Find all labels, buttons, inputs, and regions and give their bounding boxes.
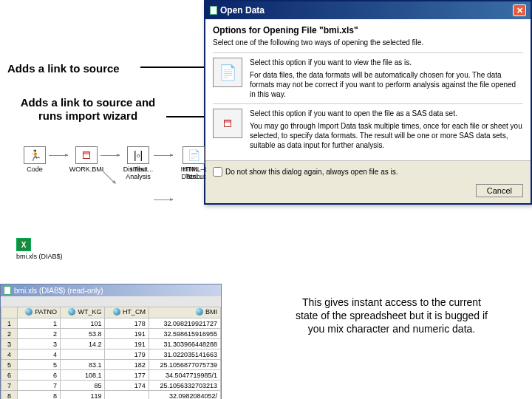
row-header: 6 [1,370,18,381]
dialog-subtext: Select one of the following two ways of … [213,38,523,47]
cell[interactable]: 177 [105,370,149,381]
cell[interactable]: 32.598615916955 [149,329,220,339]
flow-connector [49,155,68,156]
option2-line1: Select this option if you want to open t… [250,109,523,118]
col-wtkg[interactable]: WT_KG [60,307,105,318]
option2-line2: You may go through Import Data task mult… [250,121,523,150]
flow-connector [100,155,120,156]
cell[interactable]: 179 [105,349,149,360]
cell[interactable]: 85 [60,381,105,391]
flow-label: WORK.BMI [68,166,105,173]
flow-node-html-ttest[interactable]: 📄 HTML - t Tes... [175,146,212,180]
row-header: 1 [1,318,18,329]
row-header: 8 [1,391,18,400]
spreadsheet-toolbar [1,296,221,307]
globe-icon [113,308,120,316]
sas-dataset-icon [213,109,242,138]
cell[interactable]: 119 [60,391,105,400]
option-view-as-is[interactable]: 📄 Select this option if you want to view… [213,52,523,103]
table-row[interactable]: 2253.819132.598615916955 [1,329,221,339]
cell[interactable]: 32.0982084052/ [149,391,220,400]
table-row[interactable]: 66108.117734.5047719985/1 [1,370,221,381]
spreadsheet-window: bmi.xls (DIAB$) (read-only) PATNO WT_KG … [0,284,222,399]
cell[interactable]: 53.8 [60,329,105,339]
dataset-icon [75,146,98,164]
excel-icon: X [16,238,31,251]
cell[interactable]: 83.1 [60,360,105,370]
cell[interactable]: 3 [18,339,61,349]
dialog-titlebar[interactable]: Open Data ✕ [205,1,531,19]
cell[interactable]: 2 [18,329,61,339]
annotation-link-source-import: Adds a link to source and runs import wi… [10,96,166,123]
globe-icon [68,308,75,316]
cell[interactable]: 191 [105,339,149,349]
caption-text: This gives instant access to the current… [296,296,488,336]
cell[interactable] [105,391,149,400]
cell[interactable]: 34.5047719985/1 [149,370,220,381]
html-icon: 📄 [183,146,205,164]
close-button[interactable]: ✕ [513,4,526,16]
globe-icon [196,308,203,316]
cell[interactable]: 191 [105,329,149,339]
cell[interactable]: 31.022035141663 [149,349,220,360]
cell[interactable]: 6 [18,370,61,381]
cell[interactable]: 182 [105,360,149,370]
document-icon: 📄 [213,58,242,87]
table-row[interactable]: 4417931.022035141663 [1,349,221,360]
row-header: 5 [1,360,18,370]
cell[interactable] [60,349,105,360]
cancel-button[interactable]: Cancel [476,184,523,197]
globe-icon [25,308,33,316]
flow-connector [154,155,173,156]
flow-label: t Test [120,166,157,173]
window-icon [4,286,11,295]
flow-connector [100,168,116,184]
option1-line2: For data files, the data formats will be… [250,70,523,99]
annotation-link-source: Adds a link to source [7,62,120,75]
cell[interactable]: 8 [18,391,61,400]
table-row[interactable]: 1110117832.098219921727 [1,318,221,329]
flow-node-ttest[interactable]: |◦| t Test [120,146,157,173]
row-header: 2 [1,329,18,339]
cell[interactable]: 5 [18,360,61,370]
table-row[interactable]: 5583.118225.1056877075739 [1,360,221,370]
process-flow-diagram: 🏃 Code WORK.BMI 📊 Distribut... Analysis … [16,146,216,235]
cell[interactable]: 32.098219921727 [149,318,220,329]
option-import-sas[interactable]: Select this option if you want to open t… [213,103,523,154]
cell[interactable]: 178 [105,318,149,329]
flow-label: Code [16,166,53,173]
row-header: 7 [1,381,18,391]
table-row[interactable]: 778517425.1056332703213 [1,381,221,391]
code-icon: 🏃 [24,146,46,164]
data-grid[interactable]: PATNO WT_KG HT_CM BMI 1110117832.0982199… [1,307,221,399]
row-header: 4 [1,349,18,360]
cell[interactable]: 25.1056877075739 [149,360,220,370]
flow-node-code[interactable]: 🏃 Code [16,146,53,173]
open-data-dialog: Open Data ✕ Options for Opening File "bm… [204,0,532,205]
cell[interactable]: 174 [105,381,149,391]
cell[interactable]: 25.1056332703213 [149,381,220,391]
spreadsheet-titlebar[interactable]: bmi.xls (DIAB$) (read-only) [1,284,221,296]
col-bmi[interactable]: BMI [149,307,220,318]
col-htcm[interactable]: HT_CM [105,307,149,318]
table-row[interactable]: 3314.219131.303966448288 [1,339,221,349]
table-row[interactable]: 8811932.0982084052/ [1,391,221,400]
dialog-heading: Options for Opening File "bmi.xls" [213,25,523,35]
xls-label: bmi.xls (DIAB$) [16,253,63,260]
col-patno[interactable]: PATNO [18,307,61,318]
cell[interactable]: 31.303966448288 [149,339,220,349]
xls-file-reference[interactable]: X bmi.xls (DIAB$) [16,238,63,260]
cell[interactable]: 108.1 [60,370,105,381]
cell[interactable]: 7 [18,381,61,391]
row-header: 3 [1,339,18,349]
spreadsheet-title: bmi.xls (DIAB$) (read-only) [14,287,103,295]
option1-line1: Select this option if you want to view t… [250,58,523,67]
flow-connector [154,200,173,200]
cell[interactable]: 1 [18,318,61,329]
cell[interactable]: 4 [18,349,61,360]
dialog-title: Open Data [220,5,265,16]
corner-cell [1,307,18,318]
cell[interactable]: 14.2 [60,339,105,349]
cell[interactable]: 101 [60,318,105,329]
flow-label: HTML - t Tes... [175,166,212,180]
